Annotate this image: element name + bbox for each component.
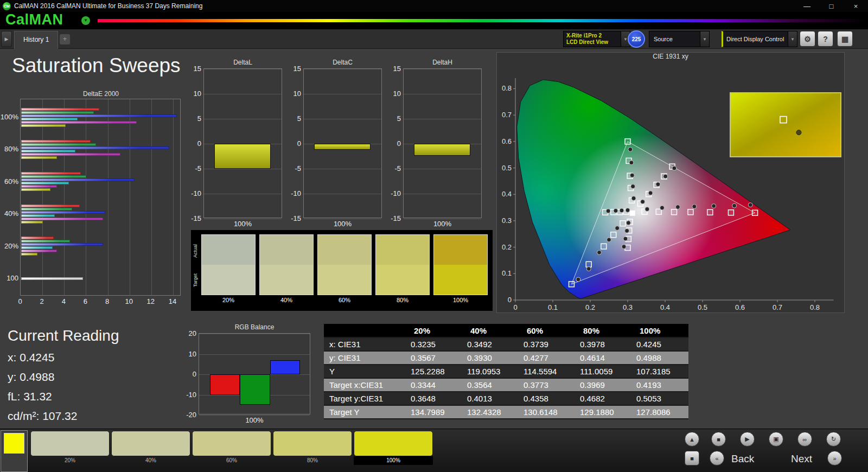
svg-text:0.6: 0.6: [502, 137, 512, 145]
table-row: y: CIE310.35670.39300.42770.46140.4988: [324, 351, 688, 365]
target-color: [318, 265, 371, 295]
table-cell: 127.8086: [632, 405, 688, 419]
cie-measurement-marker: [648, 191, 653, 195]
svg-text:0: 0: [513, 303, 517, 311]
actual-color: [318, 235, 371, 265]
display-control-label: Direct Display Control: [723, 36, 784, 42]
cie-target-marker: [656, 209, 661, 214]
deltae-bar: [21, 156, 57, 159]
saturation-level-button[interactable]: 80%: [273, 431, 352, 465]
saturation-level-button[interactable]: 40%: [111, 431, 190, 465]
x-axis-label: 100%: [203, 220, 282, 228]
cie-measurement-marker: [631, 196, 636, 201]
add-tab-button[interactable]: +: [60, 34, 70, 44]
window-title: CalMAN 2016 CalMAN Ultimate for Business…: [14, 2, 202, 10]
grid-line: [204, 169, 282, 169]
tab-history-1[interactable]: History 1: [14, 31, 58, 49]
deltae-bar: [21, 211, 105, 214]
table-row: x: CIE310.32350.34920.37390.39780.4245: [324, 337, 688, 351]
saturation-swatch: 80%: [375, 234, 430, 303]
chart-title: CIE 1931 xy: [497, 53, 844, 61]
help-icon[interactable]: ?: [818, 31, 833, 47]
table-cell: 0.5053: [632, 392, 688, 405]
cie-measurement-marker: [626, 208, 630, 212]
cie-zoom-inset: [730, 93, 841, 157]
meter-dropdown[interactable]: X-Rite i1Pro 2 LCD Direct View ▼: [563, 31, 630, 47]
maximize-button[interactable]: □: [819, 0, 844, 12]
logo-bar: CalMAN ▼: [0, 12, 868, 29]
back-button[interactable]: Back: [731, 453, 754, 465]
svg-text:0.4: 0.4: [660, 303, 670, 311]
cie-target-marker: [752, 210, 758, 215]
swatch-label: 80%: [375, 297, 430, 303]
deltae-bar: [21, 108, 99, 111]
x-axis-label: 100%: [303, 220, 382, 228]
swatch-box: [317, 234, 372, 295]
deltae-bar: [21, 146, 169, 149]
swatch-label: 100%: [433, 297, 488, 303]
deltae-bar: [21, 277, 83, 280]
y-tick-label: -15: [185, 214, 201, 222]
chevron-down-icon[interactable]: ▼: [700, 31, 709, 47]
next-button[interactable]: Next: [791, 453, 812, 465]
panel-icon[interactable]: ▦: [837, 31, 853, 47]
row-label: Target Y: [324, 405, 406, 419]
minimize-button[interactable]: —: [795, 0, 819, 12]
logo-menu-button[interactable]: ▼: [81, 16, 90, 25]
next-arrow-icon[interactable]: »: [827, 451, 842, 465]
save-icon[interactable]: ▣: [769, 432, 783, 447]
deltae-gridline: [130, 99, 130, 295]
deltae-bar: [21, 218, 103, 220]
saturation-level-button[interactable]: 20%: [30, 431, 110, 465]
saturation-level-button[interactable]: 100%: [354, 431, 433, 465]
table-cell: 119.0953: [463, 365, 519, 378]
gear-icon[interactable]: ⚙: [800, 31, 815, 47]
table-col-header: 80%: [576, 324, 632, 337]
close-button[interactable]: ×: [844, 0, 868, 12]
y-tick-label: -5: [185, 164, 201, 173]
deltae-bar-group: [21, 172, 135, 192]
row-label: Y: [324, 365, 406, 378]
deltae-x-tick: 10: [125, 297, 132, 305]
deltae-x-tick: 12: [147, 297, 155, 305]
back-arrow-icon[interactable]: «: [710, 451, 724, 465]
cie-measurement-marker: [625, 228, 629, 233]
eject-icon[interactable]: ▲: [685, 432, 699, 447]
collapse-panel-button[interactable]: ▶: [1, 31, 12, 47]
deltae-y-label: 100: [0, 274, 18, 282]
svg-text:0.3: 0.3: [623, 303, 633, 311]
stop-square-icon[interactable]: ■: [685, 451, 699, 465]
swatch-label: 40%: [259, 297, 314, 303]
source-dropdown[interactable]: Source ▼: [649, 31, 710, 47]
cie-measurement-marker: [615, 226, 620, 231]
actual-target-swatch-strip: Actual Target 20%40%60%80%100%: [191, 230, 493, 311]
y-tick-label: 15: [285, 65, 301, 73]
y-tick-label: -10: [180, 391, 196, 399]
table-corner: [324, 324, 406, 337]
stop-icon[interactable]: ■: [711, 432, 726, 447]
loop-icon[interactable]: ∞: [797, 432, 812, 447]
deltal-chart: DeltaL 151050-5-10-15 100%: [203, 59, 282, 228]
chart-title: DeltaL: [203, 59, 282, 67]
deltae-bar: [21, 205, 80, 207]
delta-error-bar: [314, 144, 371, 150]
deltae-gridline: [42, 99, 43, 295]
cie-measurement-marker: [672, 166, 676, 170]
actual-color: [434, 235, 487, 265]
display-control-dropdown[interactable]: Direct Display Control ▼: [722, 31, 797, 47]
grid-line: [304, 194, 381, 194]
refresh-icon[interactable]: ↻: [826, 432, 841, 447]
saturation-level-button[interactable]: 60%: [192, 431, 271, 465]
meter-status-badge[interactable]: 225: [628, 30, 645, 48]
y-tick-label: -5: [285, 164, 301, 173]
cie-measurement-marker: [623, 237, 628, 241]
y-tick-label: 5: [285, 114, 301, 123]
deltae-bar: [21, 172, 81, 175]
play-icon[interactable]: ▶: [740, 432, 755, 447]
deltae-bar: [21, 114, 177, 117]
reading-fl: fL: 31.32: [8, 390, 119, 403]
meter-label: X-Rite i1Pro 2 LCD Direct View: [564, 31, 611, 47]
svg-text:0.8: 0.8: [810, 303, 820, 311]
cie-measurement-marker: [748, 203, 752, 207]
chevron-down-icon[interactable]: ▼: [788, 31, 797, 47]
